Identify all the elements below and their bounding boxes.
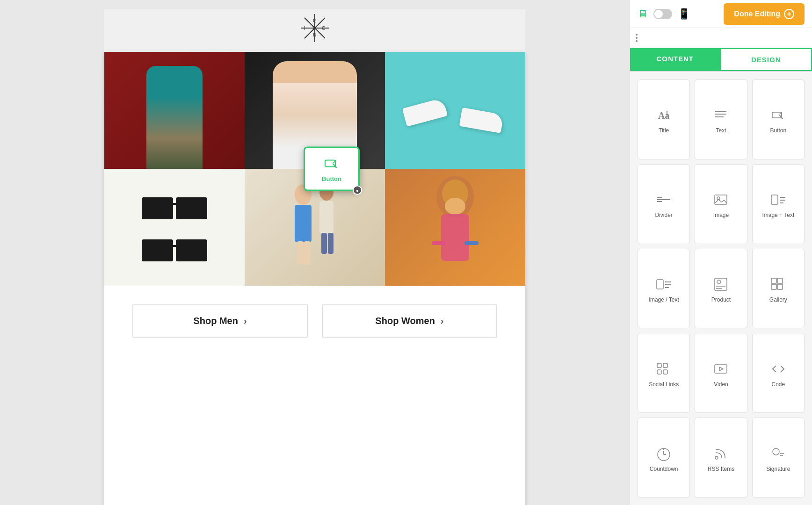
image-block-label: Image xyxy=(713,212,729,218)
dots-menu[interactable] xyxy=(634,30,639,46)
svg-rect-45 xyxy=(777,278,783,283)
floating-button-block[interactable]: Button ● xyxy=(304,147,360,191)
tab-content-label: CONTENT xyxy=(657,55,694,63)
product-block-icon xyxy=(712,276,729,293)
svg-rect-46 xyxy=(771,284,776,289)
tab-design[interactable]: DESIGN xyxy=(720,48,812,71)
image-text-block-icon xyxy=(770,191,787,208)
brand-logo: G O N I xyxy=(296,9,334,52)
block-image[interactable]: Image xyxy=(695,164,747,244)
shop-men-button[interactable]: Shop Men › xyxy=(132,304,308,338)
svg-text:N: N xyxy=(313,32,316,37)
svg-rect-52 xyxy=(715,365,727,373)
svg-rect-14 xyxy=(321,233,327,254)
shop-women-label: Shop Women xyxy=(375,316,435,326)
title-block-icon: Aa xyxy=(655,107,672,123)
grid-cell-curly-woman xyxy=(385,169,525,286)
responsive-toggle[interactable] xyxy=(653,9,672,19)
svg-rect-11 xyxy=(304,241,311,265)
svg-marker-53 xyxy=(719,367,723,371)
block-code[interactable]: Code xyxy=(752,333,805,413)
svg-point-18 xyxy=(445,198,465,215)
svg-rect-13 xyxy=(319,201,334,234)
block-image-text2[interactable]: Image / Text xyxy=(638,249,690,329)
countdown-block-label: Countdown xyxy=(650,466,678,472)
rss-items-block-icon xyxy=(712,445,729,462)
gallery-block-icon xyxy=(770,276,787,293)
text-block-label: Text xyxy=(716,127,726,134)
svg-rect-9 xyxy=(295,205,312,242)
svg-point-58 xyxy=(715,456,718,459)
video-block-label: Video xyxy=(714,381,728,388)
button-block-label: Button xyxy=(770,127,786,134)
tab-content[interactable]: CONTENT xyxy=(630,48,720,71)
text-block-icon xyxy=(712,107,729,123)
panel-toolbar: 🖥 📱 Done Editing + xyxy=(630,0,812,28)
divider-block-label: Divider xyxy=(655,212,672,218)
block-rss-items[interactable]: RSS Items xyxy=(695,418,747,498)
right-panel: 🖥 📱 Done Editing + CONTENT DESIGN Aa Tit… xyxy=(630,0,812,505)
svg-text:I: I xyxy=(304,26,305,31)
done-editing-plus-icon: + xyxy=(784,9,794,19)
svg-rect-38 xyxy=(657,280,663,289)
svg-point-59 xyxy=(773,448,779,455)
svg-point-43 xyxy=(717,280,721,284)
svg-rect-20 xyxy=(432,241,446,245)
svg-text:Aa: Aa xyxy=(658,110,669,121)
title-block-label: Title xyxy=(659,127,669,134)
svg-rect-10 xyxy=(297,241,304,265)
gallery-block-label: Gallery xyxy=(769,296,787,303)
grid-cell-woman xyxy=(104,52,245,169)
svg-rect-34 xyxy=(771,195,778,204)
device-icons: 🖥 📱 xyxy=(638,8,690,20)
done-editing-label: Done Editing xyxy=(734,10,780,18)
shop-buttons-area: Shop Men › Shop Women › xyxy=(104,286,525,356)
image-text-block-label: Image + Text xyxy=(762,212,794,218)
divider-block-icon xyxy=(655,191,672,208)
svg-rect-44 xyxy=(771,278,776,283)
grid-cell-sunglasses xyxy=(104,169,245,286)
email-canvas: Button ● Shop Men › Shop Women › xyxy=(104,52,525,505)
mobile-icon[interactable]: 📱 xyxy=(678,8,690,20)
block-video[interactable]: Video xyxy=(695,333,747,413)
code-block-icon xyxy=(770,361,787,377)
svg-rect-47 xyxy=(777,284,783,289)
svg-rect-19 xyxy=(441,214,469,261)
block-gallery[interactable]: Gallery xyxy=(752,249,805,329)
image-block-icon xyxy=(712,191,729,208)
social-links-block-icon xyxy=(655,361,672,377)
svg-text:O: O xyxy=(322,26,326,31)
block-divider[interactable]: Divider xyxy=(638,164,690,244)
social-links-block-label: Social Links xyxy=(649,381,679,388)
done-editing-button[interactable]: Done Editing + xyxy=(724,3,805,25)
svg-rect-50 xyxy=(663,363,667,368)
svg-rect-49 xyxy=(657,370,661,374)
button-block-icon xyxy=(323,156,340,173)
block-countdown[interactable]: Countdown xyxy=(638,418,690,498)
shop-men-label: Shop Men xyxy=(193,316,238,326)
code-block-label: Code xyxy=(771,381,785,388)
desktop-icon[interactable]: 🖥 xyxy=(638,8,648,20)
signature-block-label: Signature xyxy=(766,466,790,472)
canvas-header: G O N I xyxy=(104,9,525,52)
svg-rect-22 xyxy=(325,160,335,167)
shop-women-button[interactable]: Shop Women › xyxy=(322,304,497,338)
canvas-area: G O N I xyxy=(0,0,630,505)
block-product[interactable]: Product xyxy=(695,249,747,329)
video-block-icon xyxy=(712,361,729,377)
shop-men-arrow: › xyxy=(244,316,247,326)
svg-rect-48 xyxy=(657,363,661,368)
block-signature[interactable]: Signature xyxy=(752,418,805,498)
image-text2-block-label: Image / Text xyxy=(649,296,679,303)
block-title[interactable]: Aa Title xyxy=(638,79,690,159)
image-text2-block-icon xyxy=(655,276,672,293)
block-button[interactable]: Button xyxy=(752,79,805,159)
blocks-grid: Aa Title Text Button Divider Image xyxy=(630,72,812,505)
button-block-selected[interactable]: Button xyxy=(304,147,360,191)
block-text[interactable]: Text xyxy=(695,79,747,159)
tab-design-label: DESIGN xyxy=(751,56,781,64)
block-image-text[interactable]: Image + Text xyxy=(752,164,805,244)
button-block-icon xyxy=(770,107,787,123)
svg-rect-32 xyxy=(715,195,727,204)
block-social-links[interactable]: Social Links xyxy=(638,333,690,413)
